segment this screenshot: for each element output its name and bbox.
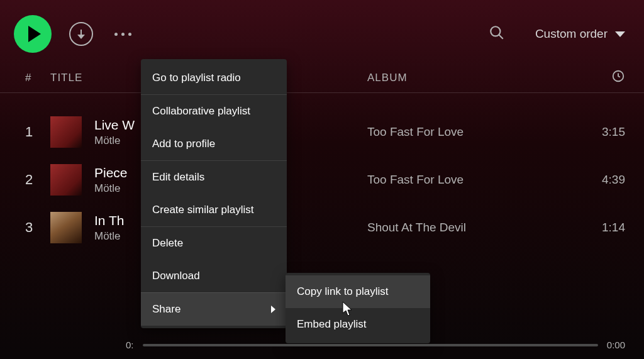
play-button[interactable] bbox=[14, 15, 52, 53]
track-number: 3 bbox=[25, 219, 50, 236]
track-number: 2 bbox=[25, 172, 50, 188]
progress-slider[interactable] bbox=[143, 344, 598, 346]
download-icon bbox=[80, 30, 82, 38]
playback-total-time: 0:00 bbox=[607, 340, 625, 350]
sort-dropdown[interactable]: Custom order bbox=[535, 27, 625, 41]
chevron-right-icon bbox=[271, 306, 275, 313]
track-list: 1 Live W Mötle Too Fast For Love 3:15 2 … bbox=[0, 93, 644, 251]
download-button[interactable] bbox=[69, 22, 93, 46]
playback-bar: 0: 0:00 bbox=[0, 340, 644, 350]
svg-point-0 bbox=[491, 26, 500, 36]
album-art bbox=[50, 116, 82, 148]
track-number: 1 bbox=[25, 124, 50, 140]
submenu-copy-link[interactable]: Copy link to playlist bbox=[286, 275, 430, 308]
menu-add-to-profile[interactable]: Add to profile bbox=[141, 128, 287, 160]
track-album: Shout At The Devil bbox=[367, 221, 581, 235]
search-icon bbox=[489, 25, 505, 41]
menu-collaborative[interactable]: Collaborative playlist bbox=[141, 94, 287, 128]
menu-share[interactable]: Share bbox=[141, 292, 287, 326]
track-album: Too Fast For Love bbox=[367, 125, 581, 139]
menu-download[interactable]: Download bbox=[141, 260, 287, 292]
track-duration: 4:39 bbox=[581, 173, 625, 187]
search-button[interactable] bbox=[489, 25, 505, 43]
playlist-toolbar: Custom order bbox=[0, 0, 644, 63]
album-art bbox=[50, 164, 82, 196]
more-options-button[interactable] bbox=[114, 33, 131, 36]
column-album: ALBUM bbox=[367, 72, 581, 84]
track-duration: 1:14 bbox=[581, 221, 625, 235]
menu-create-similar[interactable]: Create similar playlist bbox=[141, 194, 287, 226]
play-icon bbox=[28, 26, 41, 42]
track-duration: 3:15 bbox=[581, 125, 625, 139]
column-number: # bbox=[25, 72, 50, 84]
chevron-down-icon bbox=[615, 31, 625, 37]
menu-edit-details[interactable]: Edit details bbox=[141, 160, 287, 194]
column-duration bbox=[581, 69, 625, 86]
svg-line-1 bbox=[499, 35, 503, 39]
menu-playlist-radio[interactable]: Go to playlist radio bbox=[141, 62, 287, 94]
share-submenu: Copy link to playlist Embed playlist bbox=[286, 273, 430, 343]
track-row[interactable]: 1 Live W Mötle Too Fast For Love 3:15 bbox=[0, 108, 644, 156]
clock-icon bbox=[611, 69, 625, 86]
track-row[interactable]: 2 Piece Mötle Too Fast For Love 4:39 bbox=[0, 156, 644, 204]
submenu-embed[interactable]: Embed playlist bbox=[286, 308, 430, 341]
menu-delete[interactable]: Delete bbox=[141, 226, 287, 260]
playback-current-time: 0: bbox=[126, 340, 134, 350]
menu-share-label: Share bbox=[152, 303, 180, 316]
track-table-header: # TITLE ALBUM bbox=[0, 63, 644, 93]
track-album: Too Fast For Love bbox=[367, 173, 581, 187]
sort-label: Custom order bbox=[535, 27, 608, 41]
playlist-context-menu: Go to playlist radio Collaborative playl… bbox=[141, 59, 287, 328]
track-row[interactable]: 3 In Th Mötle Shout At The Devil 1:14 bbox=[0, 204, 644, 251]
album-art bbox=[50, 212, 82, 243]
